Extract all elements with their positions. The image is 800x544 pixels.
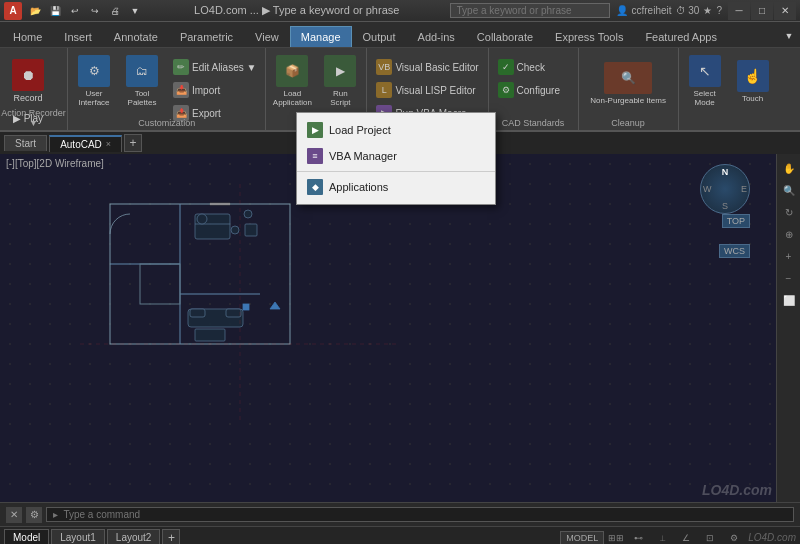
svg-rect-18 xyxy=(243,304,249,310)
bottom-tab-layout2[interactable]: Layout2 xyxy=(107,529,161,544)
cad-standards-label: CAD Standards xyxy=(489,118,578,128)
bottom-status-right: MODEL ⊞⊞ ⊷ ⟂ ∠ ⊡ ⚙ LO4D.com xyxy=(560,528,796,545)
watermark: LO4D.com xyxy=(702,482,772,498)
tab-view[interactable]: View xyxy=(244,26,290,47)
watermark-text: LO4D.com xyxy=(748,532,796,543)
cad-drawing xyxy=(80,184,400,424)
new-tab-btn[interactable]: + xyxy=(124,134,142,152)
wcs-badge: WCS xyxy=(719,244,750,258)
app-logo: A xyxy=(4,2,22,20)
svg-point-12 xyxy=(231,226,239,234)
tab-collaborate[interactable]: Collaborate xyxy=(466,26,544,47)
snap-btn[interactable]: ⊷ xyxy=(628,528,648,545)
bottom-tab-model[interactable]: Model xyxy=(4,529,49,544)
ortho-btn[interactable]: ⟂ xyxy=(652,528,672,545)
dd-vba-manager[interactable]: ≡ VBA Manager xyxy=(297,143,495,169)
ribbon-tabs: Home Insert Annotate Parametric View Man… xyxy=(0,22,800,48)
import-button[interactable]: 📥Import xyxy=(168,79,261,101)
bottom-tab-layout1[interactable]: Layout1 xyxy=(51,529,105,544)
tab-output[interactable]: Output xyxy=(352,26,407,47)
zoom-in-btn[interactable]: + xyxy=(779,246,799,266)
configure-button[interactable]: ⚙Configure xyxy=(493,79,565,101)
svg-rect-16 xyxy=(226,309,241,317)
polar-btn[interactable]: ∠ xyxy=(676,528,696,545)
model-status-pill[interactable]: MODEL xyxy=(560,531,604,545)
touch-button[interactable]: ☝ Touch xyxy=(731,52,775,110)
ribbon-group-cad-standards: ✓Check ⚙Configure CAD Standards xyxy=(489,48,579,130)
user-interface-button[interactable]: ⚙ UserInterface xyxy=(72,52,116,110)
status-command-bar: ✕ ⚙ xyxy=(0,502,800,526)
cleanup-label: Cleanup xyxy=(579,118,678,128)
qa-save-btn[interactable]: 💾 xyxy=(46,2,64,20)
ribbon-group-action-recorder: ⏺ Record ▶ Play Action Recorder ▼ xyxy=(0,48,68,130)
viewport: [-][Top][2D Wireframe] xyxy=(0,154,800,502)
add-layout-btn[interactable]: + xyxy=(162,529,180,545)
tab-parametric[interactable]: Parametric xyxy=(169,26,244,47)
pan-tool-btn[interactable]: ✋ xyxy=(779,158,799,178)
view-cube-btn[interactable]: ⬜ xyxy=(779,290,799,310)
action-recorder-label: Action Recorder ▼ xyxy=(0,108,67,128)
svg-rect-17 xyxy=(195,329,225,341)
check-button[interactable]: ✓Check xyxy=(493,56,565,78)
select-mode-button[interactable]: ↖ SelectMode xyxy=(683,52,727,110)
svg-rect-15 xyxy=(190,309,205,317)
tab-annotate[interactable]: Annotate xyxy=(103,26,169,47)
close-btn[interactable]: ✕ xyxy=(774,2,796,20)
tab-home[interactable]: Home xyxy=(2,26,53,47)
doc-tab-start[interactable]: Start xyxy=(4,135,47,151)
edit-aliases-button[interactable]: ✏Edit Aliases ▼ xyxy=(168,56,261,78)
command-close-btn[interactable]: ✕ xyxy=(6,507,22,523)
compass-top-label: TOP xyxy=(722,214,750,228)
zoom-out-btn[interactable]: − xyxy=(779,268,799,288)
tab-express-tools[interactable]: Express Tools xyxy=(544,26,634,47)
run-script-button[interactable]: ▶ RunScript xyxy=(318,52,362,110)
ribbon-group-customization: ⚙ UserInterface 🗂 ToolPalettes ✏Edit Ali… xyxy=(68,48,266,130)
find-non-purgeable-button[interactable]: 🔍 Non-Purgeable Items xyxy=(588,55,668,113)
title-text: LO4D.com ... ▶ Type a keyword or phrase xyxy=(144,4,450,17)
title-bar: A 📂 💾 ↩ ↪ 🖨 ▼ LO4D.com ... ▶ Type a keyw… xyxy=(0,0,800,22)
zoom-extents-btn[interactable]: ⊕ xyxy=(779,224,799,244)
command-settings-btn[interactable]: ⚙ xyxy=(26,507,42,523)
tab-addins[interactable]: Add-ins xyxy=(407,26,466,47)
record-button[interactable]: ⏺ Record xyxy=(4,52,52,110)
svg-point-13 xyxy=(244,210,252,218)
svg-point-10 xyxy=(197,214,207,224)
svg-rect-4 xyxy=(140,264,180,304)
qa-undo-btn[interactable]: ↩ xyxy=(66,2,84,20)
visual-lisp-editor-button[interactable]: LVisual LISP Editor xyxy=(371,79,483,101)
settings-icon-btn[interactable]: ⚙ xyxy=(724,528,744,545)
osnap-btn[interactable]: ⊡ xyxy=(700,528,720,545)
visual-basic-editor-button[interactable]: VBVisual Basic Editor xyxy=(371,56,483,78)
dd-load-project[interactable]: ▶ Load Project xyxy=(297,117,495,143)
search-input[interactable] xyxy=(450,3,610,18)
grid-toggle-btn[interactable]: ⊞⊞ xyxy=(608,528,624,545)
dropdown-menu: ▶ Load Project ≡ VBA Manager ◆ Applicati… xyxy=(296,112,496,205)
viewport-label: [-][Top][2D Wireframe] xyxy=(6,158,104,169)
window-controls: ─ □ ✕ xyxy=(728,2,796,20)
svg-rect-11 xyxy=(245,224,257,236)
dd-applications[interactable]: ◆ Applications xyxy=(297,174,495,200)
qa-print-btn[interactable]: 🖨 xyxy=(106,2,124,20)
ribbon-group-cleanup: 🔍 Non-Purgeable Items Cleanup xyxy=(579,48,679,130)
zoom-tool-btn[interactable]: 🔍 xyxy=(779,180,799,200)
command-input[interactable] xyxy=(46,507,794,522)
dd-separator xyxy=(297,171,495,172)
qa-open-btn[interactable]: 📂 xyxy=(26,2,44,20)
tab-insert[interactable]: Insert xyxy=(53,26,103,47)
ribbon-toggle-btn[interactable]: ▼ xyxy=(780,27,798,45)
tool-palettes-button[interactable]: 🗂 ToolPalettes xyxy=(120,52,164,110)
tab-featured-apps[interactable]: Featured Apps xyxy=(634,26,728,47)
compass: N S E W xyxy=(700,164,750,214)
svg-marker-19 xyxy=(270,302,280,309)
quick-access-toolbar: 📂 💾 ↩ ↪ 🖨 ▼ xyxy=(26,2,144,20)
maximize-btn[interactable]: □ xyxy=(751,2,773,20)
tab-manage[interactable]: Manage xyxy=(290,26,352,47)
orbit-tool-btn[interactable]: ↻ xyxy=(779,202,799,222)
doc-tab-autocad[interactable]: AutoCAD × xyxy=(49,135,122,152)
load-application-button[interactable]: 📦 LoadApplication xyxy=(270,52,314,110)
customization-label: Customization xyxy=(68,118,265,128)
minimize-btn[interactable]: ─ xyxy=(728,2,750,20)
qa-redo-btn[interactable]: ↪ xyxy=(86,2,104,20)
qa-more-btn[interactable]: ▼ xyxy=(126,2,144,20)
bottom-tabs: Model Layout1 Layout2 + MODEL ⊞⊞ ⊷ ⟂ ∠ ⊡… xyxy=(0,526,800,544)
